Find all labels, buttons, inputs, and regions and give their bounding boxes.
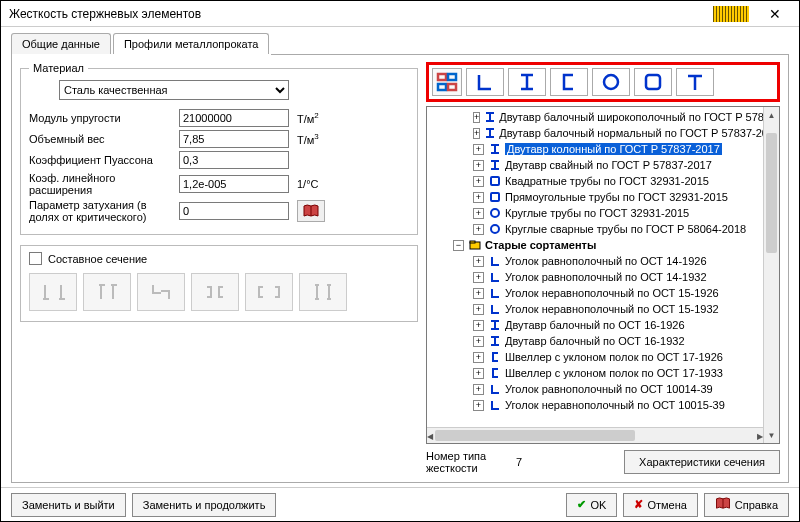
circle-icon xyxy=(488,207,502,219)
tree-expand-icon[interactable]: + xyxy=(473,224,484,235)
tree-item[interactable]: +Двутавр балочный по ОСТ 16-1932 xyxy=(427,333,763,349)
tree-item[interactable]: +Уголок неравнополочный по ОСТ 15-1932 xyxy=(427,301,763,317)
cancel-button[interactable]: ✘Отмена xyxy=(623,493,697,517)
density-input[interactable] xyxy=(179,130,289,148)
tree-expand-icon[interactable]: + xyxy=(473,176,484,187)
compose-btn-2[interactable] xyxy=(83,273,131,311)
tree-item[interactable]: +Двутавр балочный нормальный по ГОСТ Р 5… xyxy=(427,125,763,141)
tree-expand-icon[interactable]: + xyxy=(473,256,484,267)
damp-label: Параметр затухания (в долях от критическ… xyxy=(29,199,179,223)
tree-expand-icon[interactable]: + xyxy=(473,352,484,363)
tree-expand-icon[interactable]: + xyxy=(473,128,480,139)
compose-btn-3[interactable] xyxy=(137,273,185,311)
tree-item[interactable]: +Уголок неравнополочный по ОСТ 10015-39 xyxy=(427,397,763,413)
footer: Заменить и выйти Заменить и продолжить ✔… xyxy=(1,487,799,521)
tree-item[interactable]: +Уголок неравнополочный по ОСТ 15-1926 xyxy=(427,285,763,301)
scroll-down-icon[interactable]: ▼ xyxy=(764,427,779,443)
profile-tree[interactable]: +Двутавр балочный широкополочный по ГОСТ… xyxy=(426,106,780,444)
dialog-window: Жесткость стержневых элементов ✕ Общие д… xyxy=(0,0,800,522)
tree-expand-icon[interactable]: + xyxy=(473,304,484,315)
tree-item[interactable]: +Двутавр колонный по ГОСТ Р 57837-2017 xyxy=(427,141,763,157)
compose-btn-6[interactable] xyxy=(299,273,347,311)
angle-icon xyxy=(488,399,502,411)
tree-expand-icon[interactable]: + xyxy=(473,112,480,123)
tree-item-label: Двутавр свайный по ГОСТ Р 57837-2017 xyxy=(505,159,712,171)
scroll-up-icon[interactable]: ▲ xyxy=(764,107,779,123)
ok-button[interactable]: ✔OK xyxy=(566,493,617,517)
tree-expand-icon[interactable]: + xyxy=(473,208,484,219)
circle-icon xyxy=(488,223,502,235)
shape-circle-button[interactable] xyxy=(592,68,630,96)
tree-item[interactable]: +Круглые трубы по ГОСТ 32931-2015 xyxy=(427,205,763,221)
tree-expand-icon[interactable]: + xyxy=(473,160,484,171)
tree-expand-icon[interactable]: + xyxy=(473,288,484,299)
tree-expand-icon[interactable]: + xyxy=(473,144,484,155)
tree-item[interactable]: +Прямоугольные трубы по ГОСТ 32931-2015 xyxy=(427,189,763,205)
tree-item-label: Уголок равнополочный по ОСТ 10014-39 xyxy=(505,383,713,395)
material-library-button[interactable] xyxy=(297,200,325,222)
tree-item[interactable]: +Двутавр балочный широкополочный по ГОСТ… xyxy=(427,109,763,125)
tree-item-label: Уголок неравнополочный по ОСТ 15-1932 xyxy=(505,303,719,315)
tree-item[interactable]: +Уголок равнополочный по ОСТ 14-1932 xyxy=(427,269,763,285)
tree-item-label: Двутавр балочный по ОСТ 16-1926 xyxy=(505,319,685,331)
help-button[interactable]: Справка xyxy=(704,493,789,517)
shape-ibeam-button[interactable] xyxy=(508,68,546,96)
tree-item[interactable]: +Двутавр балочный по ОСТ 16-1926 xyxy=(427,317,763,333)
tab-general[interactable]: Общие данные xyxy=(11,33,111,54)
tree-expand-icon[interactable]: + xyxy=(473,384,484,395)
tree-item[interactable]: +Двутавр свайный по ГОСТ Р 57837-2017 xyxy=(427,157,763,173)
shape-all-icon[interactable] xyxy=(432,68,462,96)
shape-channel-button[interactable] xyxy=(550,68,588,96)
replace-continue-button[interactable]: Заменить и продолжить xyxy=(132,493,277,517)
tree-scrollbar-vertical[interactable]: ▲ ▼ xyxy=(763,107,779,443)
right-column: +Двутавр балочный широкополочный по ГОСТ… xyxy=(426,62,780,474)
tree-item-label: Двутавр балочный по ОСТ 16-1932 xyxy=(505,335,685,347)
box-icon xyxy=(488,191,502,203)
tree-expand-icon[interactable]: + xyxy=(473,368,484,379)
poisson-input[interactable] xyxy=(179,151,289,169)
tree-expand-icon[interactable]: + xyxy=(473,192,484,203)
tab-profiles[interactable]: Профили металлопроката xyxy=(113,33,270,54)
tree-item[interactable]: −Старые сортаменты xyxy=(427,237,763,253)
tree-item[interactable]: +Круглые сварные трубы по ГОСТ Р 58064-2… xyxy=(427,221,763,237)
tree-item[interactable]: +Швеллер с уклоном полок по ОСТ 17-1933 xyxy=(427,365,763,381)
tree-item-label: Уголок неравнополочный по ОСТ 15-1926 xyxy=(505,287,719,299)
material-select[interactable]: Сталь качественная xyxy=(59,80,289,100)
tree-item-label: Круглые трубы по ГОСТ 32931-2015 xyxy=(505,207,689,219)
tree-item[interactable]: +Уголок равнополочный по ОСТ 10014-39 xyxy=(427,381,763,397)
tree-item[interactable]: +Квадратные трубы по ГОСТ 32931-2015 xyxy=(427,173,763,189)
tree-expand-icon[interactable]: + xyxy=(473,400,484,411)
tree-item-label: Уголок равнополочный по ОСТ 14-1926 xyxy=(505,255,707,267)
shape-angle-button[interactable] xyxy=(466,68,504,96)
tree-item[interactable]: +Уголок равнополочный по ОСТ 14-1926 xyxy=(427,253,763,269)
section-props-button[interactable]: Характеристики сечения xyxy=(624,450,780,474)
tree-expand-icon[interactable]: + xyxy=(473,336,484,347)
scroll-thumb-h[interactable] xyxy=(435,430,635,441)
tree-expand-icon[interactable]: + xyxy=(473,272,484,283)
compose-btn-1[interactable] xyxy=(29,273,77,311)
shape-filter-row xyxy=(426,62,780,102)
compose-btn-5[interactable] xyxy=(245,273,293,311)
shape-box-button[interactable] xyxy=(634,68,672,96)
scroll-thumb-v[interactable] xyxy=(766,133,777,253)
shape-tee-button[interactable] xyxy=(676,68,714,96)
book-icon xyxy=(715,497,731,512)
tree-item[interactable]: +Швеллер с уклоном полок по ОСТ 17-1926 xyxy=(427,349,763,365)
damp-input[interactable] xyxy=(179,202,289,220)
i-beam-icon xyxy=(488,319,502,331)
replace-exit-button[interactable]: Заменить и выйти xyxy=(11,493,126,517)
modulus-input[interactable] xyxy=(179,109,289,127)
tree-scrollbar-horizontal[interactable]: ◀ ▶ xyxy=(427,427,763,443)
tree-expand-icon[interactable]: + xyxy=(473,320,484,331)
close-button[interactable]: ✕ xyxy=(755,3,795,25)
tree-expand-icon[interactable]: − xyxy=(453,240,464,251)
svg-rect-2 xyxy=(438,84,446,90)
compose-btn-4[interactable] xyxy=(191,273,239,311)
stiffness-info: Номер типа жесткости 7 Характеристики се… xyxy=(426,450,780,474)
channel-icon xyxy=(488,367,502,379)
linexp-label: Коэф. линейного расширения xyxy=(29,172,179,196)
linexp-input[interactable] xyxy=(179,175,289,193)
scroll-right-icon[interactable]: ▶ xyxy=(757,428,763,444)
composite-checkbox[interactable] xyxy=(29,252,42,265)
book-icon xyxy=(303,204,319,218)
